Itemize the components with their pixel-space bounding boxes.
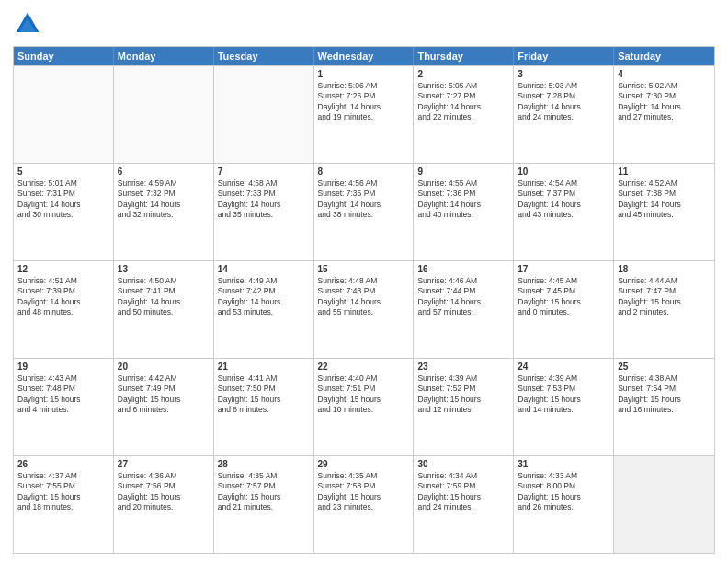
cell-line: and 19 minutes. [318, 112, 410, 122]
cell-line: Sunrise: 5:05 AM [417, 81, 509, 91]
cell-line: Sunset: 7:42 PM [218, 286, 310, 296]
cal-cell-29: 29Sunrise: 4:35 AMSunset: 7:58 PMDayligh… [314, 456, 415, 553]
cell-line: Sunrise: 5:03 AM [518, 81, 609, 91]
cell-line: and 4 minutes. [17, 405, 109, 415]
day-number: 3 [518, 69, 609, 79]
cell-line: Daylight: 15 hours [518, 492, 609, 502]
cell-line: Daylight: 14 hours [218, 297, 310, 307]
cell-line: Sunset: 7:43 PM [318, 286, 410, 296]
cell-line: Sunrise: 4:38 AM [618, 373, 711, 384]
cell-line: Sunset: 7:44 PM [417, 286, 509, 296]
cell-line: Daylight: 14 hours [417, 297, 509, 307]
cal-cell-6: 6Sunrise: 4:59 AMSunset: 7:32 PMDaylight… [114, 164, 214, 260]
cal-cell-15: 15Sunrise: 4:48 AMSunset: 7:43 PMDayligh… [314, 261, 415, 358]
day-number: 20 [118, 362, 210, 372]
day-number: 7 [218, 167, 310, 177]
cell-line: and 27 minutes. [618, 112, 711, 122]
cal-cell-25: 25Sunrise: 4:38 AMSunset: 7:54 PMDayligh… [614, 359, 714, 455]
cell-line: Sunset: 7:35 PM [318, 189, 410, 199]
cell-line: Daylight: 14 hours [417, 102, 509, 112]
cell-line: Sunset: 7:36 PM [417, 189, 509, 199]
cell-line: Sunrise: 4:45 AM [518, 276, 609, 286]
cell-line: Sunrise: 4:50 AM [118, 276, 210, 286]
day-number: 26 [17, 459, 109, 469]
day-number: 6 [118, 167, 210, 177]
cell-line: Daylight: 14 hours [618, 200, 711, 210]
header-day-friday: Friday [514, 47, 614, 65]
cell-line: Sunrise: 4:52 AM [618, 178, 711, 189]
cal-cell-31: 31Sunrise: 4:33 AMSunset: 8:00 PMDayligh… [514, 456, 614, 553]
cell-line: Sunset: 7:33 PM [218, 189, 310, 199]
header-day-thursday: Thursday [414, 47, 514, 65]
cell-line: Sunset: 7:53 PM [518, 384, 609, 394]
cell-line: Sunset: 7:51 PM [318, 384, 410, 394]
day-number: 15 [318, 264, 410, 274]
cell-line: Sunset: 7:58 PM [318, 481, 410, 491]
day-number: 29 [318, 459, 410, 469]
header-day-wednesday: Wednesday [314, 47, 415, 65]
cell-line: Daylight: 14 hours [17, 200, 109, 210]
cal-cell-16: 16Sunrise: 4:46 AMSunset: 7:44 PMDayligh… [414, 261, 514, 358]
cell-line: Sunset: 7:37 PM [518, 189, 609, 199]
cell-line: Daylight: 14 hours [618, 102, 711, 112]
cal-cell-13: 13Sunrise: 4:50 AMSunset: 7:41 PMDayligh… [114, 261, 214, 358]
cell-line: Sunrise: 4:37 AM [17, 471, 109, 481]
cell-line: and 55 minutes. [318, 307, 410, 317]
cell-line: and 0 minutes. [518, 307, 609, 317]
cal-cell-1: 1Sunrise: 5:06 AMSunset: 7:26 PMDaylight… [314, 66, 415, 163]
logo [13, 9, 46, 39]
cal-cell-12: 12Sunrise: 4:51 AMSunset: 7:39 PMDayligh… [14, 261, 114, 358]
cell-line: Sunrise: 4:39 AM [518, 373, 609, 384]
cell-line: Sunset: 7:54 PM [618, 384, 711, 394]
cell-line: Daylight: 14 hours [318, 297, 410, 307]
calendar-row-2: 5Sunrise: 5:01 AMSunset: 7:31 PMDaylight… [14, 163, 714, 260]
cal-cell-30: 30Sunrise: 4:34 AMSunset: 7:59 PMDayligh… [414, 456, 514, 553]
cell-line: Sunrise: 4:35 AM [218, 471, 310, 481]
cell-line: and 43 minutes. [518, 210, 609, 220]
cell-line: Daylight: 15 hours [518, 297, 609, 307]
day-number: 31 [518, 459, 609, 469]
cell-line: Sunset: 7:28 PM [518, 91, 609, 101]
cell-line: Daylight: 14 hours [318, 102, 410, 112]
cell-line: and 35 minutes. [218, 210, 310, 220]
cell-line: Daylight: 15 hours [618, 395, 711, 405]
cell-line: Sunrise: 4:46 AM [417, 276, 509, 286]
cell-line: Sunset: 7:41 PM [118, 286, 210, 296]
day-number: 10 [518, 167, 609, 177]
cell-line: Daylight: 15 hours [118, 395, 210, 405]
cell-line: Daylight: 14 hours [518, 102, 609, 112]
cal-cell-17: 17Sunrise: 4:45 AMSunset: 7:45 PMDayligh… [514, 261, 614, 358]
calendar-body: 1Sunrise: 5:06 AMSunset: 7:26 PMDaylight… [14, 65, 714, 553]
cell-line: Sunrise: 4:34 AM [417, 471, 509, 481]
cal-cell-11: 11Sunrise: 4:52 AMSunset: 7:38 PMDayligh… [614, 164, 714, 260]
calendar-header: SundayMondayTuesdayWednesdayThursdayFrid… [14, 47, 714, 65]
cell-line: and 38 minutes. [318, 210, 410, 220]
cell-line: Daylight: 14 hours [417, 200, 509, 210]
day-number: 13 [118, 264, 210, 274]
cell-line: and 16 minutes. [618, 405, 711, 415]
cell-line: Sunrise: 5:01 AM [17, 178, 109, 189]
header-day-saturday: Saturday [614, 47, 714, 65]
cell-line: Sunset: 8:00 PM [518, 481, 609, 491]
cal-cell-empty-6 [614, 456, 714, 553]
cell-line: Daylight: 14 hours [118, 200, 210, 210]
cell-line: Sunset: 7:31 PM [17, 189, 109, 199]
cal-cell-empty-1 [114, 66, 214, 163]
cell-line: Sunrise: 4:54 AM [518, 178, 609, 189]
cell-line: Daylight: 15 hours [118, 492, 210, 502]
cell-line: Sunrise: 4:59 AM [118, 178, 210, 189]
cell-line: Sunrise: 4:44 AM [618, 276, 711, 286]
calendar-row-1: 1Sunrise: 5:06 AMSunset: 7:26 PMDaylight… [14, 65, 714, 163]
cell-line: and 57 minutes. [417, 307, 509, 317]
cell-line: Sunrise: 4:36 AM [118, 471, 210, 481]
cell-line: and 48 minutes. [17, 307, 109, 317]
cell-line: and 40 minutes. [417, 210, 509, 220]
cell-line: Sunset: 7:32 PM [118, 189, 210, 199]
cell-line: Sunrise: 4:51 AM [17, 276, 109, 286]
cal-cell-4: 4Sunrise: 5:02 AMSunset: 7:30 PMDaylight… [614, 66, 714, 163]
day-number: 9 [417, 167, 509, 177]
cell-line: Sunset: 7:30 PM [618, 91, 711, 101]
day-number: 22 [318, 362, 410, 372]
cal-cell-5: 5Sunrise: 5:01 AMSunset: 7:31 PMDaylight… [14, 164, 114, 260]
cell-line: Daylight: 14 hours [17, 297, 109, 307]
